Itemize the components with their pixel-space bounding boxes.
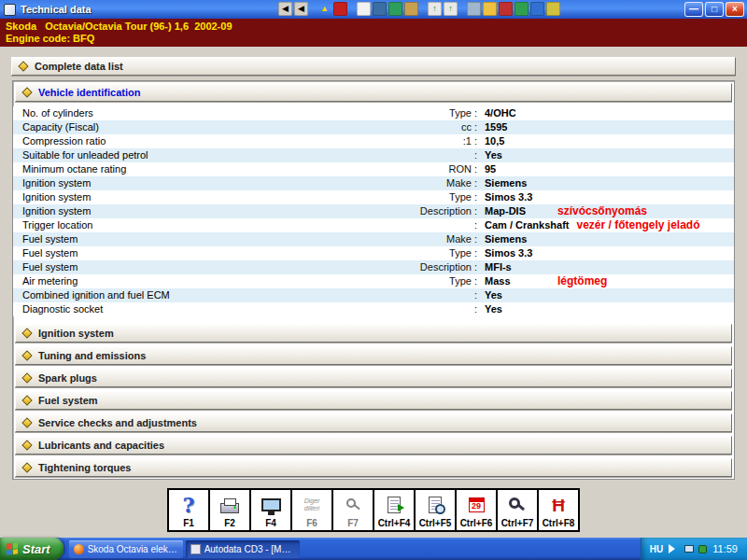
firefox-icon (74, 544, 84, 554)
restore-button[interactable]: □ (705, 2, 724, 17)
arrow-up2-icon[interactable]: ↑ (444, 2, 458, 16)
diamond-icon (21, 395, 32, 405)
globe-icon[interactable] (530, 2, 544, 16)
table-row: Trigger location:Cam / Crankshaftvezér /… (13, 218, 734, 232)
minimize-button[interactable]: — (684, 2, 703, 17)
nav-first-icon[interactable]: ◀ (278, 2, 292, 16)
row-value: 4/OHC (485, 106, 550, 120)
exit-icon[interactable] (546, 2, 560, 16)
row-parameter: Make : (262, 232, 477, 246)
table-row: Fuel systemType :Simos 3.3 (13, 246, 734, 260)
fn-f1[interactable]: ?F1 (167, 488, 210, 532)
fn-key-label: F1 (183, 518, 194, 528)
fn-f2[interactable]: F2 (208, 488, 251, 532)
section-bar-lubricants-and-capacities[interactable]: Lubricants and capacities (15, 436, 732, 455)
function-key-bar: ?F1F2F4Diger dilleriF6F7Ctrl+F4Ctrl+F529… (0, 488, 747, 532)
vehicle-identification-label: Vehicle identification (38, 87, 140, 98)
content-panel: Vehicle identification No. of cylindersT… (12, 80, 735, 480)
table-row: Capacity (Fiscal)cc :1595 (13, 120, 734, 134)
annotation-note: légtömeg (557, 274, 607, 287)
keyboard-layout-indicator[interactable]: HU (650, 544, 663, 554)
task-label: Skoda Octavia elektr... (88, 544, 178, 554)
row-value: Simos 3.3 (485, 246, 550, 260)
row-parameter: Make : (262, 176, 477, 190)
table-row: Compression ratio:1 :10,5 (13, 134, 734, 148)
book-red-icon[interactable] (499, 2, 513, 16)
row-parameter: RON : (262, 162, 477, 176)
fn-ctrl-f4[interactable]: Ctrl+F4 (373, 488, 416, 532)
section-bar-tuning-and-emissions[interactable]: Tuning and emissions (15, 346, 732, 365)
fn-f7: F7 (331, 488, 374, 532)
section-bar-spark-plugs[interactable]: Spark plugs (15, 369, 732, 387)
section-label: Fuel system (38, 395, 98, 406)
section-label: Ignition system (38, 328, 114, 339)
diamond-icon (21, 440, 32, 450)
taskbar-button[interactable]: Skoda Octavia elektr... (69, 540, 183, 558)
row-parameter: Type : (262, 274, 477, 288)
section-label: Service checks and adjustments (38, 417, 197, 428)
network-icon[interactable] (684, 545, 694, 553)
fn-ctrl-f6[interactable]: 29Ctrl+F6 (455, 488, 498, 532)
titlebar-toolbar: ◀◀▲↑↑ (278, 2, 560, 16)
section-label: Lubricants and capacities (38, 440, 164, 451)
table-row: Air meteringType :Masslégtömeg (13, 274, 734, 288)
fn-key-label: Ctrl+F8 (543, 518, 575, 528)
close-button[interactable]: × (726, 2, 744, 17)
section-bar-ignition-system[interactable]: Ignition system (15, 324, 732, 343)
row-parameter: cc : (262, 120, 477, 134)
warning-icon[interactable]: ▲ (317, 2, 331, 16)
fn-key-label: Ctrl+F7 (501, 518, 534, 528)
section-label: Spark plugs (38, 372, 97, 384)
row-value: MFI-s (485, 260, 550, 274)
taskbar-button[interactable]: Autodata CD3 - [Mod... (186, 540, 300, 558)
volume-icon[interactable] (669, 544, 680, 553)
book-green-icon[interactable] (514, 2, 529, 16)
magnifier-big-icon (509, 497, 520, 509)
task-buttons: Skoda Octavia elektr...Autodata CD3 - [M… (69, 540, 300, 558)
report-red-icon[interactable] (333, 2, 347, 16)
vehicle-identification-bar[interactable]: Vehicle identification (15, 83, 732, 102)
table-row: Ignition systemType :Simos 3.3 (13, 190, 734, 204)
document-icon[interactable] (357, 2, 371, 16)
row-label: Compression ratio (22, 134, 106, 148)
antivirus-icon[interactable] (698, 545, 707, 553)
chart-icon[interactable] (388, 2, 402, 16)
fn-ctrl-f8[interactable]: ĦCtrl+F8 (537, 488, 580, 532)
row-label: Combined ignition and fuel ECM (22, 288, 170, 302)
row-label: Minimum octane rating (22, 162, 126, 176)
fn-key-label: Ctrl+F5 (419, 518, 452, 528)
monitor-icon (261, 498, 281, 511)
annotation-note: szívócsőnyomás (557, 204, 647, 217)
section-bar-service-checks-and-adjustments[interactable]: Service checks and adjustments (15, 413, 732, 432)
row-value: Yes (485, 288, 550, 302)
fn-ctrl-f7[interactable]: Ctrl+F7 (496, 488, 539, 532)
arrow-up-icon[interactable]: ↑ (428, 2, 442, 16)
printer-icon[interactable] (467, 2, 481, 16)
table-icon[interactable] (373, 2, 387, 16)
complete-data-list-bar[interactable]: Complete data list (11, 57, 736, 76)
fn-key-label: Ctrl+F4 (378, 518, 411, 528)
clipboard-icon[interactable] (404, 2, 418, 16)
start-button[interactable]: Start (0, 538, 63, 560)
row-value: Yes (485, 148, 550, 162)
section-bar-fuel-system[interactable]: Fuel system (15, 391, 732, 410)
nav-back-icon[interactable]: ◀ (294, 2, 308, 16)
titlebar: Technical data ◀◀▲↑↑ —□× (0, 0, 747, 19)
row-label: Ignition system (22, 176, 91, 190)
question-icon: ? (183, 493, 195, 517)
fn-key-label: Ctrl+F6 (460, 518, 493, 528)
autodata-icon (190, 544, 201, 554)
row-value: Cam / Crankshaft (485, 218, 569, 232)
diamond-icon (21, 328, 32, 338)
diamond-icon (21, 372, 32, 383)
section-bar-tightening-torques[interactable]: Tightening torques (15, 458, 732, 477)
row-value: 95 (485, 162, 550, 176)
folder-icon[interactable] (483, 2, 497, 16)
langs-icon: Diger dilleri (304, 497, 320, 512)
fn-f4[interactable]: F4 (249, 488, 292, 532)
table-row: Fuel systemMake :Siemens (13, 232, 734, 246)
table-row: Ignition systemDescription :Map-DISszívó… (13, 204, 734, 218)
row-label: Capacity (Fiscal) (22, 120, 99, 134)
diamond-icon (21, 417, 32, 427)
fn-ctrl-f5[interactable]: Ctrl+F5 (414, 488, 457, 532)
